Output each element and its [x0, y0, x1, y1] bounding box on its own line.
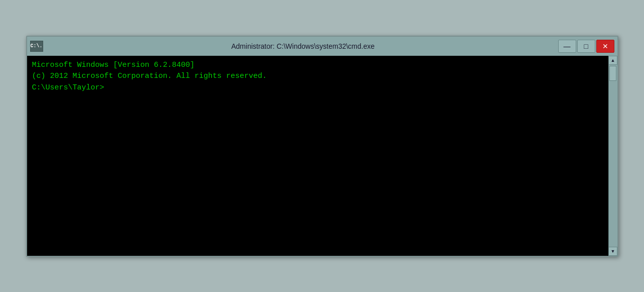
terminal-line-1: Microsoft Windows [Version 6.2.8400] — [32, 60, 603, 71]
scroll-down-arrow[interactable]: ▼ — [608, 247, 617, 256]
scroll-thumb[interactable] — [609, 66, 616, 81]
window-controls: — □ ✕ — [558, 40, 614, 53]
scroll-up-arrow[interactable]: ▲ — [608, 56, 617, 65]
terminal-output[interactable]: Microsoft Windows [Version 6.2.8400] (c)… — [27, 56, 608, 256]
maximize-button[interactable]: □ — [577, 40, 595, 53]
minimize-button[interactable]: — — [558, 40, 576, 53]
terminal-line-4: C:\Users\Taylor> — [32, 82, 603, 94]
close-button[interactable]: ✕ — [596, 40, 614, 53]
scroll-track[interactable] — [609, 65, 617, 247]
window-body: Microsoft Windows [Version 6.2.8400] (c)… — [27, 56, 617, 256]
window-title: Administrator: C:\Windows\system32\cmd.e… — [48, 42, 558, 50]
cmd-window: C:\. Administrator: C:\Windows\system32\… — [26, 36, 618, 257]
window-icon: C:\. — [30, 41, 43, 52]
vertical-scrollbar[interactable]: ▲ ▼ — [608, 56, 617, 256]
terminal-line-2: (c) 2012 Microsoft Corporation. All righ… — [32, 71, 603, 82]
title-bar: C:\. Administrator: C:\Windows\system32\… — [27, 37, 617, 56]
